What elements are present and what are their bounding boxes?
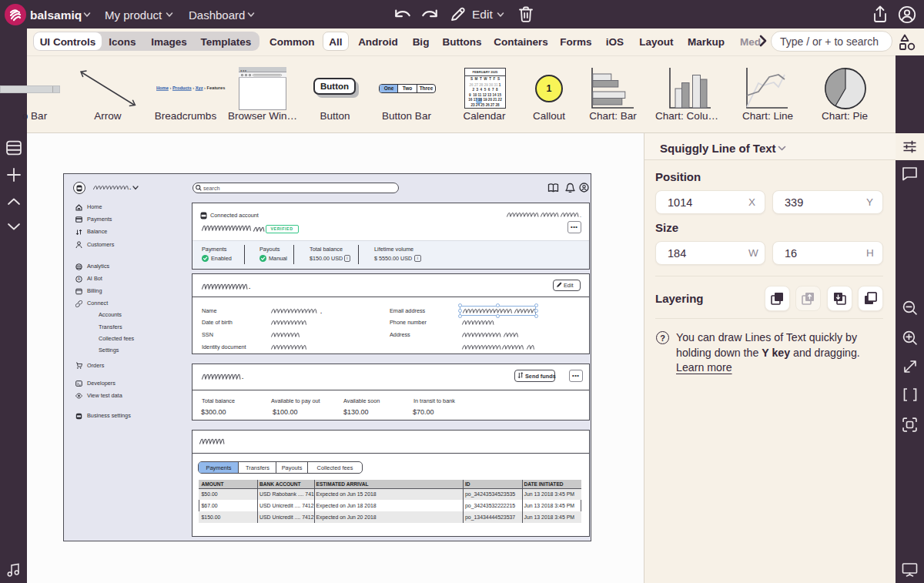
svg-text:A: A (78, 276, 81, 281)
